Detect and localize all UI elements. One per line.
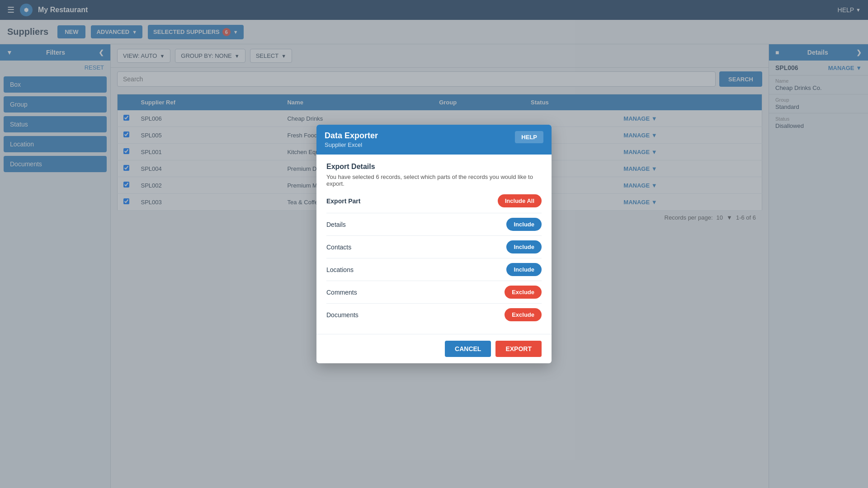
export-row-label: Contacts	[326, 244, 351, 251]
data-exporter-modal: Data Exporter Supplier Excel HELP Export…	[316, 125, 552, 363]
export-row-toggle-button[interactable]: Exclude	[505, 286, 542, 299]
export-part-header: Export Part Include All	[326, 194, 542, 207]
export-row-label: Details	[326, 221, 346, 228]
export-button[interactable]: EXPORT	[495, 341, 542, 357]
modal-footer: CANCEL EXPORT	[316, 334, 552, 363]
modal-description: You have selected 6 records, select whic…	[326, 174, 542, 187]
export-row-toggle-button[interactable]: Include	[506, 240, 542, 253]
modal-help-button[interactable]: HELP	[515, 131, 543, 143]
include-all-button[interactable]: Include All	[498, 194, 542, 207]
modal-header: Data Exporter Supplier Excel HELP	[316, 125, 552, 155]
export-row: Contacts Include	[326, 235, 542, 258]
modal-overlay: Data Exporter Supplier Excel HELP Export…	[0, 0, 868, 488]
modal-body: Export Details You have selected 6 recor…	[316, 155, 552, 334]
modal-section-title: Export Details	[326, 163, 542, 171]
export-row-label: Locations	[326, 266, 354, 273]
export-part-label: Export Part	[326, 197, 360, 205]
modal-subtitle: Supplier Excel	[325, 141, 378, 148]
export-row-toggle-button[interactable]: Exclude	[505, 308, 542, 321]
export-row-label: Documents	[326, 311, 359, 319]
export-rows: Details Include Contacts Include Locatio…	[326, 213, 542, 326]
cancel-button[interactable]: CANCEL	[445, 341, 491, 357]
export-row: Documents Exclude	[326, 303, 542, 326]
export-row: Locations Include	[326, 258, 542, 281]
export-row: Details Include	[326, 213, 542, 235]
export-row-toggle-button[interactable]: Include	[506, 263, 542, 276]
export-row-label: Comments	[326, 289, 357, 296]
modal-title: Data Exporter	[325, 131, 378, 141]
export-row: Comments Exclude	[326, 281, 542, 303]
export-row-toggle-button[interactable]: Include	[506, 218, 542, 231]
